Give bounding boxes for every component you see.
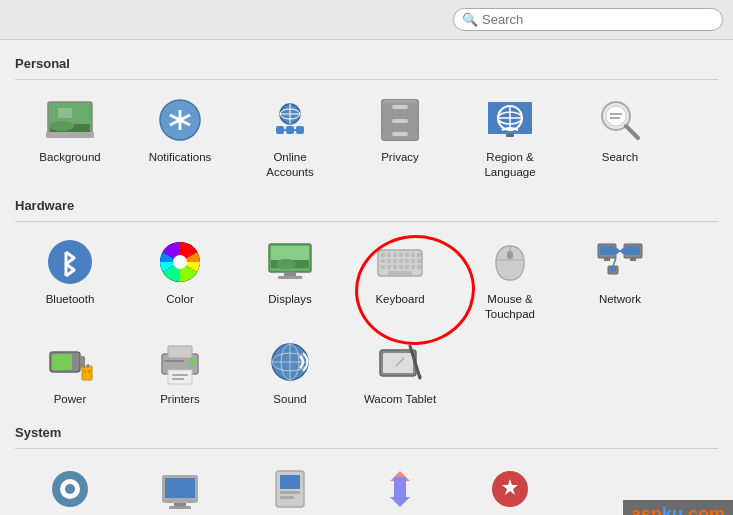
search-input[interactable]	[482, 12, 714, 27]
svg-rect-70	[388, 271, 412, 275]
system-5-icon	[486, 465, 534, 513]
svg-rect-100	[164, 360, 184, 362]
svg-rect-52	[399, 253, 403, 257]
svg-rect-92	[84, 370, 86, 373]
keyboard-icon	[376, 238, 424, 286]
color-icon	[156, 238, 204, 286]
svg-rect-66	[399, 265, 403, 269]
item-mouse-touchpad[interactable]: Mouse &Touchpad	[455, 230, 565, 330]
svg-rect-78	[626, 246, 640, 255]
svg-point-82	[621, 248, 627, 254]
svg-rect-51	[393, 253, 397, 257]
item-system-4[interactable]	[345, 457, 455, 515]
network-icon	[596, 238, 644, 286]
svg-rect-50	[387, 253, 391, 257]
svg-rect-96	[168, 370, 192, 384]
svg-rect-95	[168, 346, 192, 358]
svg-rect-73	[507, 251, 513, 259]
personal-divider	[15, 79, 718, 80]
background-label: Background	[39, 150, 100, 165]
item-region-language[interactable]: Region &Language	[455, 88, 565, 188]
item-system-2[interactable]	[125, 457, 235, 515]
hardware-divider	[15, 221, 718, 222]
svg-rect-76	[604, 258, 610, 261]
search-bar: 🔍	[0, 0, 733, 40]
svg-rect-26	[392, 132, 408, 136]
item-notifications[interactable]: Notifications	[125, 88, 235, 188]
item-displays[interactable]: Displays	[235, 230, 345, 330]
svg-rect-49	[381, 253, 385, 257]
svg-rect-53	[405, 253, 409, 257]
item-background[interactable]: Background	[15, 88, 125, 188]
power-label: Power	[54, 392, 87, 407]
svg-rect-47	[278, 276, 302, 279]
search-label: Search	[602, 150, 638, 165]
displays-label: Displays	[268, 292, 311, 307]
main-content: Personal Background	[0, 40, 733, 515]
svg-rect-93	[88, 370, 90, 373]
svg-rect-33	[506, 134, 514, 137]
network-label: Network	[599, 292, 641, 307]
svg-point-41	[173, 255, 187, 269]
svg-rect-56	[381, 259, 385, 263]
notifications-icon	[156, 96, 204, 144]
svg-rect-24	[392, 105, 408, 109]
system-section-label: System	[15, 425, 718, 440]
item-color[interactable]: Color	[125, 230, 235, 330]
item-privacy[interactable]: Privacy	[345, 88, 455, 188]
printers-icon	[156, 338, 204, 386]
item-wacom-tablet[interactable]: Wacom Tablet	[345, 330, 455, 415]
system-2-icon	[156, 465, 204, 513]
item-system-3[interactable]	[235, 457, 345, 515]
svg-point-35	[606, 106, 626, 126]
item-system-1[interactable]	[15, 457, 125, 515]
svg-rect-60	[405, 259, 409, 263]
color-label: Color	[166, 292, 193, 307]
svg-line-85	[613, 258, 616, 266]
svg-rect-98	[172, 378, 184, 380]
personal-section-label: Personal	[15, 56, 718, 71]
system-1-icon	[46, 465, 94, 513]
item-printers[interactable]: Printers	[125, 330, 235, 415]
online-accounts-label: OnlineAccounts	[266, 150, 313, 180]
item-power[interactable]: Power	[15, 330, 125, 415]
privacy-icon	[376, 96, 424, 144]
svg-rect-62	[417, 259, 421, 263]
svg-rect-88	[52, 354, 72, 370]
svg-rect-55	[417, 253, 421, 257]
svg-point-5	[50, 121, 74, 131]
item-keyboard[interactable]: Keyboard	[345, 230, 455, 330]
svg-rect-65	[393, 265, 397, 269]
item-search[interactable]: Search	[565, 88, 675, 188]
keyboard-label: Keyboard	[375, 292, 424, 307]
svg-rect-4	[46, 132, 94, 138]
svg-rect-61	[411, 259, 415, 263]
svg-point-99	[189, 359, 195, 365]
wacom-tablet-label: Wacom Tablet	[364, 392, 436, 407]
svg-rect-54	[411, 253, 415, 257]
item-sound[interactable]: Sound	[235, 330, 345, 415]
svg-rect-27	[384, 100, 416, 102]
bluetooth-label: Bluetooth	[46, 292, 95, 307]
region-language-label: Region &Language	[484, 150, 535, 180]
svg-rect-25	[392, 119, 408, 123]
item-online-accounts[interactable]: OnlineAccounts	[235, 88, 345, 188]
notifications-label: Notifications	[149, 150, 212, 165]
item-network[interactable]: Network	[565, 230, 675, 330]
svg-rect-75	[600, 246, 614, 255]
online-accounts-icon	[266, 96, 314, 144]
personal-grid: Background Notifications	[15, 88, 718, 188]
system-4-icon	[376, 465, 424, 513]
svg-rect-84	[610, 267, 616, 272]
svg-rect-120	[280, 496, 294, 499]
svg-rect-63	[381, 265, 385, 269]
item-bluetooth[interactable]: Bluetooth	[15, 230, 125, 330]
hardware-section-label: Hardware	[15, 198, 718, 213]
mouse-touchpad-icon	[486, 238, 534, 286]
item-system-5[interactable]	[455, 457, 565, 515]
search-box[interactable]: 🔍	[453, 8, 723, 31]
sound-label: Sound	[273, 392, 306, 407]
svg-rect-59	[399, 259, 403, 263]
search-icon: 🔍	[462, 12, 478, 27]
wacom-tablet-icon	[376, 338, 424, 386]
